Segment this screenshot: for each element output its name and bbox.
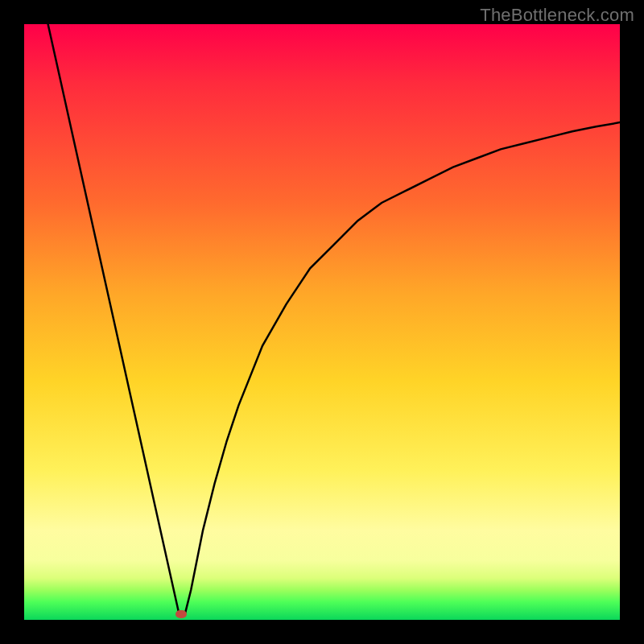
bottleneck-curve-right (185, 122, 620, 614)
plot-area (24, 24, 620, 620)
minimum-marker (175, 610, 187, 618)
chart-frame: TheBottleneck.com (0, 0, 644, 644)
curve-layer (24, 24, 620, 620)
watermark-text: TheBottleneck.com (480, 5, 634, 26)
bottleneck-curve-left (48, 24, 180, 614)
